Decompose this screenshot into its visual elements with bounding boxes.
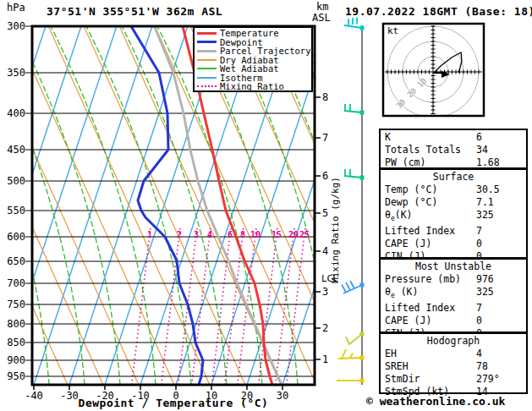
km-tick-label: 6: [322, 171, 328, 181]
legend-item: Wet Adiabat: [197, 64, 311, 74]
temperature-tick-label: -30: [60, 391, 79, 401]
info-row-label: Totals Totals: [385, 144, 476, 156]
info-row-value: 78: [476, 360, 522, 373]
wind-barb-shaft: [344, 25, 362, 28]
wind-barb-dot: [360, 356, 365, 360]
info-row-label: StmDir: [385, 373, 476, 386]
mixing-ratio-tick-label: 6: [228, 230, 233, 239]
info-row: CAPE (J)0: [385, 238, 522, 250]
info-row: Temp (°C)30.5: [385, 184, 522, 196]
info-box-title: Surface: [385, 171, 522, 184]
run-date: 19.07.2022 18GMT (Base: 18): [345, 5, 532, 18]
mixing-ratio-tick-label: 4: [207, 230, 212, 239]
copyright: © weatheronline.co.uk: [366, 395, 505, 408]
info-row-value: 6: [476, 131, 522, 144]
altitude-axis-unit-asl: ASL: [312, 13, 331, 23]
info-row-label: Lifted Index: [385, 302, 476, 315]
pressure-tick-label: 650: [0, 256, 25, 266]
wind-barb: [344, 18, 365, 30]
info-row-label: K: [385, 131, 476, 144]
legend: TemperatureDewpointParcel TrajectoryDry …: [193, 26, 313, 92]
info-row-value: 976: [476, 273, 522, 286]
mixing-ratio-tick-label: 25: [299, 230, 310, 239]
info-row-value: 0: [476, 315, 522, 327]
pressure-tick-label: 800: [0, 319, 25, 329]
wind-barb-dot: [360, 111, 365, 115]
info-row: K6: [385, 131, 522, 144]
wind-barb-feather: [342, 285, 346, 293]
wind-barb-dot: [360, 26, 365, 30]
info-row-value: 34: [476, 144, 522, 156]
info-box-hodograph: HodographEH4SREH78StmDir279°StmSpd (kt)1…: [379, 332, 528, 394]
pressure-tick-label: 900: [0, 355, 25, 365]
mixing-ratio-tick-label: 10: [250, 230, 261, 239]
info-row-value: 7: [476, 302, 522, 315]
wind-barb-shaft: [344, 176, 362, 178]
wind-barb-feather: [342, 349, 346, 359]
wind-barb: [337, 379, 365, 383]
mixing-ratio-line: [192, 228, 211, 385]
legend-item: Temperature: [197, 29, 311, 38]
mixing-ratio-tick-label: 20: [288, 230, 299, 239]
info-row: PW (cm)1.68: [385, 156, 522, 169]
pressure-tick-label: 700: [0, 278, 25, 288]
wind-barb-shaft: [344, 111, 362, 112]
info-row-value: 279°: [476, 373, 522, 386]
info-row: Lifted Index7: [385, 225, 522, 238]
pressure-tick-label: 350: [0, 68, 25, 78]
dry-adiabat-line-sample: [197, 59, 217, 61]
info-row-label: Temp (°C): [385, 184, 476, 196]
mixing-ratio-tick-label: 2: [177, 230, 182, 239]
wind-barb: [344, 104, 365, 115]
info-row-value: 325: [476, 286, 522, 302]
pressure-tick-label: 300: [0, 21, 25, 31]
info-row: Pressure (mb)976: [385, 273, 522, 286]
legend-item-label: Wet Adiabat: [220, 64, 279, 74]
station-title: 37°51'N 355°51'W 362m ASL: [47, 5, 222, 18]
info-row-label: SREH: [385, 360, 476, 373]
wind-barb: [338, 349, 365, 360]
info-row-label: CAPE (J): [385, 315, 476, 327]
x-axis-title: Dewpoint / Temperature (°C): [79, 397, 269, 409]
info-row: EH4: [385, 348, 522, 360]
wet-adiabat-line-sample: [197, 68, 217, 69]
pressure-tick-label: 550: [0, 206, 25, 216]
legend-item: Parcel Trajectory: [197, 47, 311, 56]
pressure-axis-unit: hPa: [7, 3, 25, 13]
legend-item-label: Mixing Ratio: [220, 82, 284, 91]
isotherm-line-sample: [197, 77, 217, 79]
wind-barb: [342, 281, 365, 293]
mixing-ratio-tick-label: 8: [240, 230, 245, 239]
info-row: StmDir279°: [385, 373, 522, 386]
info-box-most-unstable: Most UnstablePressure (mb)976θe (K)325Li…: [379, 258, 528, 333]
hodograph-unit-label: kt: [387, 26, 398, 36]
skewt-sounding-page: hPa 37°51'N 355°51'W 362m ASL km ASL 19.…: [0, 0, 532, 411]
info-row-label-sub: e: [391, 292, 395, 299]
info-row: Lifted Index7: [385, 302, 522, 315]
info-box-indices: K6Totals Totals34PW (cm)1.68: [379, 129, 528, 169]
pressure-tick-label: 950: [0, 371, 25, 381]
pressure-tick-label: 750: [0, 299, 25, 310]
info-row: SREH78: [385, 360, 522, 373]
info-row-value: 4: [476, 348, 522, 360]
info-row: Totals Totals34: [385, 144, 522, 156]
altitude-axis-unit-km: km: [316, 2, 328, 12]
mixing-ratio-axis-title: Mixing Ratio (g/kg): [330, 177, 341, 283]
legend-item: Mixing Ratio: [197, 82, 311, 91]
info-row-label: EH: [385, 348, 476, 360]
parcel-trajectory-line-sample: [197, 50, 217, 52]
legend-item-label: Temperature: [220, 29, 279, 38]
km-tick-label: 8: [322, 92, 328, 102]
pressure-tick-label: 400: [0, 108, 25, 118]
info-box-surface: SurfaceTemp (°C)30.5Dewp (°C)7.1θe(K)325…: [379, 168, 528, 259]
info-row-value: 7.1: [476, 196, 522, 209]
wind-barb-dot: [360, 176, 365, 180]
info-box-title: Most Unstable: [385, 260, 522, 273]
mixing-ratio-tick-label: 15: [271, 230, 282, 239]
km-tick-label: 5: [322, 208, 328, 218]
km-tick-label: 4: [322, 246, 328, 256]
wind-barb-feather: [350, 281, 354, 288]
mixing-ratio-tick-label: 3: [194, 230, 199, 239]
info-row-value: 7: [476, 225, 522, 238]
temperature-line-sample: [197, 32, 217, 35]
